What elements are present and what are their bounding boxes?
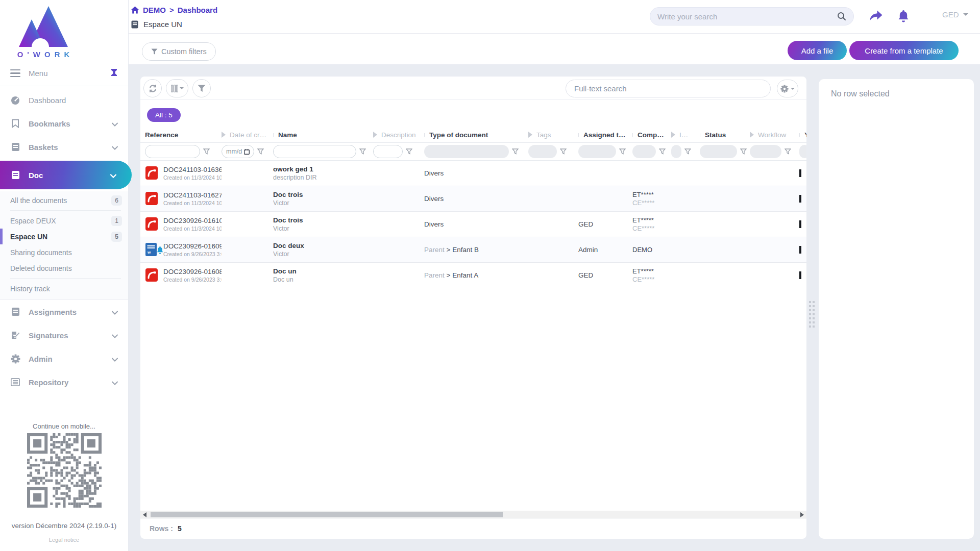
status-cell — [700, 212, 750, 237]
column-filter-input[interactable] — [632, 145, 656, 158]
breadcrumb-current[interactable]: Dashboard — [178, 6, 217, 14]
breadcrumb[interactable]: DEMO > Dashboard — [131, 6, 217, 14]
sidebar-subitem[interactable]: Espace UN 5 — [0, 229, 128, 244]
column-filter-input[interactable] — [528, 145, 557, 158]
horizontal-scrollbar[interactable] — [140, 511, 806, 518]
sidebar-item-label: Repository — [29, 378, 68, 387]
column-filter-input[interactable] — [145, 145, 200, 158]
table-row[interactable]: w DOC230926-01610-3 Created on 11/3/2024… — [140, 212, 806, 237]
sidebar-item-dashboard[interactable]: Dashboard — [0, 88, 128, 112]
fulltext-search-input[interactable] — [566, 80, 771, 97]
column-header[interactable]: Assigned t… — [578, 131, 632, 139]
scroll-right-arrow-icon[interactable] — [800, 512, 804, 517]
column-header-label: Reference — [145, 131, 178, 139]
column-filter-input[interactable] — [671, 145, 681, 158]
filter-funnel-icon[interactable] — [406, 148, 412, 155]
assigned-to: GED — [578, 271, 632, 279]
filter-icon — [151, 48, 158, 55]
filter-button[interactable] — [192, 79, 211, 97]
column-header[interactable]: Comp… — [632, 131, 671, 139]
column-header[interactable]: Date of cr… — [222, 131, 273, 139]
column-filter-input[interactable] — [799, 145, 806, 158]
hamburger-icon[interactable] — [10, 69, 20, 78]
file-type-icon-wrap: w — [145, 268, 159, 283]
column-filter-input[interactable] — [424, 145, 509, 158]
column-filter-input[interactable] — [578, 145, 616, 158]
table-row[interactable]: w DOC230926-01609-0 Created on 9/26/2023… — [140, 237, 806, 263]
sidebar-subitem[interactable]: Sharing documents — [0, 244, 128, 260]
filter-funnel-icon[interactable] — [785, 148, 791, 155]
column-header[interactable]: Tags — [528, 131, 578, 139]
columns-button[interactable] — [166, 79, 188, 97]
document-subname: Victor — [273, 199, 373, 207]
column-header[interactable]: Type of document — [424, 131, 528, 139]
filter-funnel-icon[interactable] — [684, 148, 691, 155]
sidebar-subitem[interactable]: Deleted documents — [0, 260, 128, 276]
tab-all[interactable]: All : 5 — [147, 108, 181, 122]
filter-funnel-icon[interactable] — [659, 148, 666, 155]
sidebar-item-admin[interactable]: Admin — [0, 347, 128, 370]
filter-funnel-icon[interactable] — [560, 148, 567, 155]
notifications-button[interactable] — [894, 7, 913, 26]
book-icon — [10, 142, 20, 152]
sidebar-item-assignments[interactable]: Assignments — [0, 300, 128, 323]
column-header[interactable]: Name — [273, 131, 373, 139]
table-row[interactable]: w DOC241103-01627-0 Created on 11/3/2024… — [140, 186, 806, 212]
filter-funnel-icon[interactable] — [257, 148, 264, 155]
pdf-icon — [145, 191, 158, 206]
column-header[interactable]: Y… — [799, 131, 806, 139]
user-menu[interactable]: GED — [942, 10, 968, 19]
filter-funnel-icon[interactable] — [619, 148, 626, 155]
type-value: Divers — [424, 195, 444, 203]
sidebar-subitem[interactable]: History track — [0, 281, 128, 296]
column-header[interactable]: Workflow — [750, 131, 799, 139]
sidebar-item-repository[interactable]: Repository — [0, 370, 128, 394]
column-header[interactable]: I… — [671, 131, 700, 139]
table-row[interactable]: w DOC230926-01608-0 Created on 9/26/2023… — [140, 263, 806, 288]
app-logo[interactable]: O'WORK — [0, 0, 87, 61]
column-filter-cell — [273, 145, 373, 158]
date-filter-input[interactable]: mm/d — [222, 145, 254, 158]
filter-funnel-icon[interactable] — [740, 148, 747, 155]
column-filter-input[interactable] — [750, 145, 781, 158]
column-header[interactable]: Reference — [145, 131, 222, 139]
share-button[interactable] — [867, 7, 885, 26]
scrollbar-thumb[interactable] — [151, 512, 503, 517]
column-header-label: Date of cr… — [230, 131, 266, 139]
table-settings-button[interactable] — [777, 80, 798, 97]
type-cell: Divers — [424, 161, 528, 186]
column-header[interactable]: Description — [373, 131, 424, 139]
add-file-button[interactable]: Add a file — [788, 41, 847, 60]
column-filter-input[interactable] — [273, 145, 356, 158]
sidebar-item-doc[interactable]: Doc — [0, 161, 132, 189]
breadcrumb-root[interactable]: DEMO — [143, 6, 166, 14]
search-icon[interactable] — [837, 12, 846, 21]
mountain-logo-icon — [19, 6, 68, 48]
custom-filters-button[interactable]: Custom filters — [142, 42, 216, 61]
caret-down-icon — [791, 88, 795, 90]
create-from-template-button[interactable]: Create from a template — [849, 41, 959, 60]
panel-resize-handle[interactable] — [808, 300, 815, 332]
column-header[interactable]: Status — [700, 131, 750, 139]
filter-funnel-icon[interactable] — [359, 148, 366, 155]
sidebar-item-baskets[interactable]: Baskets — [0, 135, 128, 159]
column-filter-input[interactable] — [700, 145, 737, 158]
document-reference: DOC241103-01627-0 — [163, 191, 222, 199]
sidebar-subitem[interactable]: Espace DEUX 1 — [0, 213, 128, 229]
column-filter-cell — [671, 145, 700, 158]
filter-funnel-icon[interactable] — [512, 148, 519, 155]
sidebar-subitem[interactable]: All the documents 6 — [0, 192, 128, 208]
table-row[interactable]: w DOC241103-01636-0 Created on 11/3/2024… — [140, 161, 806, 186]
column-filter-input[interactable] — [373, 145, 403, 158]
global-search-input[interactable] — [657, 12, 837, 21]
refresh-button[interactable] — [143, 79, 162, 97]
document-reference: DOC241103-01636-0 — [163, 166, 222, 173]
version-label: version Décembre 2024 (2.19.0-1) — [0, 522, 128, 530]
legal-notice-link[interactable]: Legal notice — [0, 537, 128, 543]
filter-funnel-icon[interactable] — [203, 148, 210, 155]
truncated-cell-text — [799, 195, 801, 203]
sidebar-item-bookmarks[interactable]: Bookmarks — [0, 112, 128, 135]
scroll-left-arrow-icon[interactable] — [143, 512, 146, 517]
sidebar-item-signatures[interactable]: Signatures — [0, 323, 128, 347]
pin-sidebar-icon[interactable] — [110, 68, 118, 78]
